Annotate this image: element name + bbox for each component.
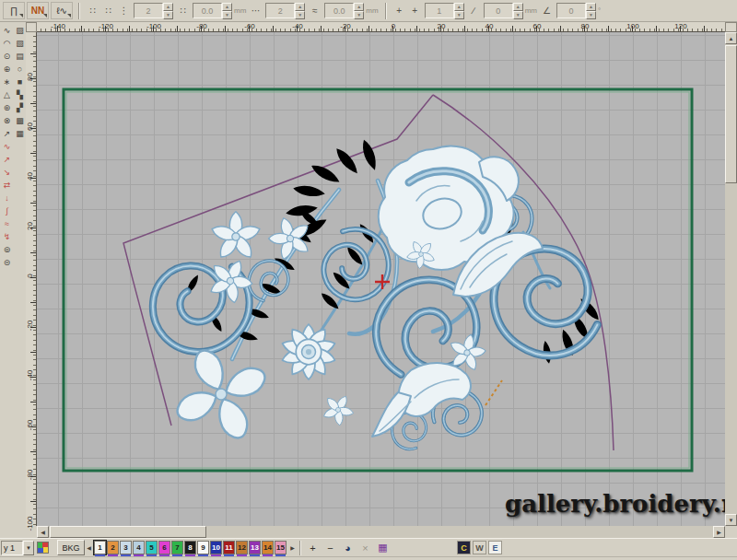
repeat-count-field[interactable]: 2▲▼ [265, 3, 305, 18]
spin-down-icon[interactable]: ▼ [454, 11, 464, 19]
stitch-tool-icon-6[interactable]: ∫ [1, 204, 13, 217]
color-swatch-8[interactable]: 8 [184, 541, 196, 554]
stitch-length-field-spinner[interactable]: ▲▼ [222, 3, 232, 18]
dropdown-arrow-icon[interactable]: ▼ [23, 541, 34, 555]
color-swatch-2[interactable]: 2 [107, 541, 119, 554]
round-tool-icon-2[interactable]: ⊜ [1, 256, 13, 269]
background-color-button[interactable]: BKG [57, 540, 85, 555]
palette-grid-icon[interactable]: ▦ [376, 541, 390, 555]
color-swatch-13[interactable]: 13 [249, 541, 261, 554]
color-swatch-1[interactable]: 1 [94, 541, 106, 554]
add-color-button[interactable]: + [306, 541, 320, 555]
tool-icon-3[interactable]: ◠ [1, 37, 13, 50]
color-swatch-7[interactable]: 7 [171, 541, 183, 554]
cut-icon[interactable]: × [358, 541, 372, 555]
stitch-marks-tool[interactable]: ∏ [3, 2, 25, 19]
stitch-length-field[interactable]: 0.0▲▼mm [193, 3, 246, 18]
stitch-tool-icon-8[interactable]: ↯ [1, 230, 13, 243]
angle-field[interactable]: 0▲▼° [556, 3, 601, 18]
scroll-left-button[interactable]: ◀ [37, 526, 49, 538]
tool-icon-11[interactable]: △ [1, 88, 13, 101]
horizontal-scrollbar[interactable]: ◀ ▶ [37, 526, 725, 538]
stitch-tool-icon-3[interactable]: ↘ [1, 166, 13, 179]
spin-up-icon[interactable]: ▲ [222, 3, 232, 11]
tool-icon-1[interactable]: ∿ [1, 24, 13, 37]
remove-color-button[interactable]: − [323, 541, 337, 555]
spin-up-icon[interactable]: ▲ [513, 3, 523, 11]
tool-icon-7[interactable]: ⊕ [1, 63, 13, 76]
angle-field-spinner[interactable]: ▲▼ [586, 3, 596, 18]
design-canvas[interactable]: gallery.broidery.ru [37, 32, 725, 526]
app-icon-1[interactable]: C [457, 541, 471, 554]
app-icon-2[interactable]: W [473, 541, 486, 554]
tool-icon-16[interactable]: ▩ [14, 114, 26, 127]
tool-icon-15[interactable]: ⊗ [1, 114, 13, 127]
spin-down-icon[interactable]: ▼ [163, 11, 173, 19]
tool-icon-5[interactable]: ⊙ [1, 50, 13, 63]
stitch-count-field[interactable]: 2▲▼ [134, 3, 173, 18]
app-icon-3[interactable]: E [488, 541, 502, 554]
stitch-tool-icon-7[interactable]: ≈ [1, 217, 13, 230]
scroll-up-button[interactable]: ▲ [725, 32, 737, 44]
stitch-tool-icon-1[interactable]: ∿ [1, 140, 13, 153]
spin-down-icon[interactable]: ▼ [513, 11, 523, 19]
offset-field-spinner[interactable]: ▲▼ [513, 3, 523, 18]
curve-edit-tool[interactable]: ℓ∿ [51, 2, 73, 19]
tool-icon-14[interactable]: ▞ [14, 101, 26, 114]
tool-icon-10[interactable]: ■ [14, 76, 26, 88]
stitch-tool-icon-2[interactable]: ↗ [1, 153, 13, 166]
color-swatch-3[interactable]: 3 [120, 541, 132, 554]
stitch-tool-icon-4[interactable]: ⇄ [1, 179, 13, 192]
spin-down-icon[interactable]: ▼ [295, 11, 305, 19]
scale-field[interactable]: 1▲▼ [425, 3, 464, 18]
vertical-scroll-thumb[interactable] [725, 45, 737, 183]
tool-icon-18[interactable]: ▦ [14, 127, 26, 140]
ruler-label: -140 [51, 22, 65, 30]
tool-icon-17[interactable]: ↗ [1, 127, 13, 140]
palette-prev-icon[interactable]: ◀ [85, 541, 93, 554]
scroll-down-button[interactable]: ▼ [725, 514, 737, 526]
stitch-count-field-spinner[interactable]: ▲▼ [163, 3, 173, 18]
palette-next-icon[interactable]: ▶ [288, 541, 297, 554]
color-swatch-12[interactable]: 12 [236, 541, 248, 554]
spin-up-icon[interactable]: ▲ [354, 3, 364, 11]
scale-field-spinner[interactable]: ▲▼ [454, 3, 464, 18]
repeat-count-field-spinner[interactable]: ▲▼ [295, 3, 305, 18]
tool-icon-13[interactable]: ⊛ [1, 101, 13, 114]
tool-icon-9[interactable]: ∗ [1, 76, 13, 88]
spin-down-icon[interactable]: ▼ [222, 11, 232, 19]
color-swatch-5[interactable]: 5 [146, 541, 158, 554]
offset-field[interactable]: 0▲▼mm [484, 3, 537, 18]
color-swatch-15[interactable]: 15 [275, 541, 287, 554]
tool-icon-8[interactable]: ○ [14, 63, 26, 76]
spin-down-icon[interactable]: ▼ [586, 11, 596, 19]
horizontal-scroll-thumb[interactable] [50, 526, 206, 538]
scroll-right-button[interactable]: ▶ [713, 526, 725, 538]
color-swatch-14[interactable]: 14 [262, 541, 274, 554]
color-swatch-9[interactable]: 9 [197, 541, 209, 554]
round-tool-icon-1[interactable]: ⊚ [1, 243, 13, 256]
tool-icon-4[interactable]: ▧ [14, 37, 26, 50]
layer-dropdown[interactable]: y 1 ▼ [1, 541, 34, 555]
spin-up-icon[interactable]: ▲ [454, 3, 464, 11]
ruler-label: 60 [26, 121, 34, 134]
stitch-tool-icon-5[interactable]: ↓ [1, 192, 13, 204]
color-swatch-11[interactable]: 11 [223, 541, 235, 554]
stitch-pattern-tool[interactable]: NN [27, 2, 49, 19]
tool-icon-6[interactable]: ▤ [14, 50, 26, 63]
color-swatch-10[interactable]: 10 [210, 541, 222, 554]
tool-icon-12[interactable]: ▚ [14, 88, 26, 101]
spin-up-icon[interactable]: ▲ [295, 3, 305, 11]
spin-down-icon[interactable]: ▼ [354, 11, 364, 19]
tool-icon-2[interactable]: ▨ [14, 24, 26, 37]
stitch-width-field[interactable]: 0.0▲▼mm [324, 3, 378, 18]
color-swatch-6[interactable]: 6 [158, 541, 170, 554]
vertical-scrollbar[interactable]: ▲ ▼ [725, 32, 737, 526]
stitch-width-field-spinner[interactable]: ▲▼ [354, 3, 364, 18]
spool-icon[interactable]: ◕ [341, 541, 355, 555]
ruler-label: -20 [26, 320, 34, 332]
spin-up-icon[interactable]: ▲ [586, 3, 596, 11]
palette-icon[interactable] [37, 542, 49, 554]
color-swatch-4[interactable]: 4 [133, 541, 145, 554]
spin-up-icon[interactable]: ▲ [163, 3, 173, 11]
